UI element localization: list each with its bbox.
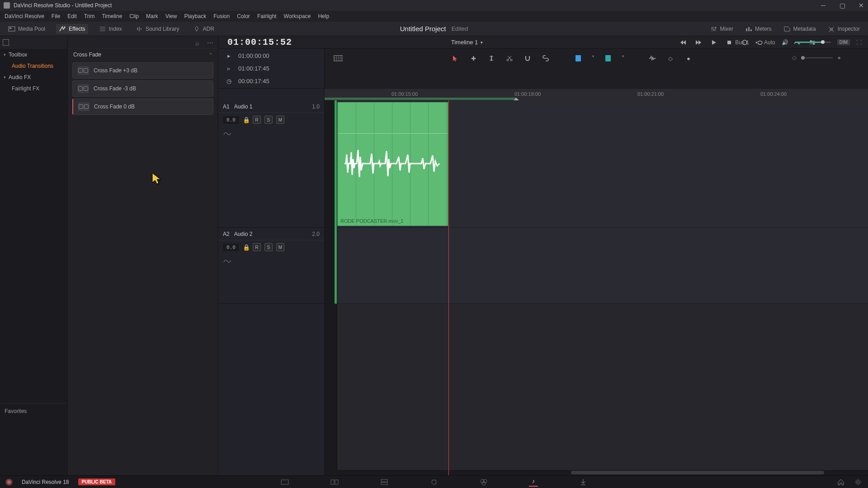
track-db[interactable]: 0.0 — [223, 244, 239, 251]
stop-button[interactable] — [726, 39, 733, 46]
auto-label[interactable]: Auto — [764, 39, 775, 46]
track-header-a1[interactable]: A1 Audio 1 1.0 0.0 🔒 R S M — [218, 100, 324, 228]
adr-button[interactable]: ADR — [190, 24, 217, 34]
track-db[interactable]: 0.0 — [223, 116, 239, 124]
track-lane-a1[interactable]: RODE PODCASTER.mov_1 — [337, 100, 868, 228]
fx-item-crossfade-minus3[interactable]: Cross Fade -3 dB — [72, 80, 213, 97]
mixer-button[interactable]: Mixer — [708, 24, 736, 34]
record-arm-button[interactable]: R — [253, 243, 261, 251]
sidebar-audio-fx[interactable]: Audio FX — [0, 71, 67, 83]
menu-color[interactable]: Color — [237, 13, 250, 19]
automation-curve-icon[interactable] — [223, 130, 232, 136]
volume-slider[interactable] — [795, 42, 831, 43]
mute-button[interactable]: M — [276, 116, 284, 124]
fx-item-crossfade-plus3[interactable]: Cross Fade +3 dB — [72, 62, 213, 79]
deliver-page-icon[interactable] — [579, 478, 588, 487]
index-button[interactable]: Index — [96, 24, 125, 34]
menu-edit[interactable]: Edit — [67, 13, 77, 19]
timeline-view-icon[interactable] — [334, 55, 343, 61]
lock-icon[interactable]: 🔒 — [243, 117, 249, 123]
zoom-out-icon[interactable]: ◇ — [792, 54, 797, 61]
track-lanes[interactable]: RODE PODCASTER.mov_1 — [337, 100, 868, 475]
transient-tool[interactable] — [648, 54, 656, 62]
scrollbar-thumb[interactable] — [571, 471, 824, 474]
dim-button[interactable]: DIM — [837, 39, 850, 45]
menu-playback[interactable]: Playback — [184, 13, 206, 19]
solo-button[interactable]: S — [264, 243, 273, 251]
menu-davinci-resolve[interactable]: DaVinci Resolve — [5, 13, 44, 19]
chevron-down-icon[interactable]: ▾ — [592, 54, 594, 58]
sound-library-button[interactable]: Sound Library — [133, 24, 182, 34]
lock-icon[interactable]: 🔒 — [243, 244, 249, 250]
track-lane-a2[interactable] — [337, 228, 868, 304]
effects-category-header[interactable]: Cross Fade ⌃ — [68, 49, 218, 61]
tc-start: 01:00:00:00 — [238, 52, 269, 59]
link-tool[interactable] — [542, 54, 550, 62]
cut-page-icon[interactable] — [330, 478, 339, 487]
inspector-button[interactable]: Inspector — [825, 24, 863, 34]
sidebar-favorites[interactable]: Favorites — [0, 403, 67, 475]
search-icon[interactable]: ⌕ — [195, 39, 202, 46]
rewind-button[interactable] — [679, 39, 687, 46]
meters-button[interactable]: Meters — [742, 24, 774, 34]
menu-mark[interactable]: Mark — [146, 13, 158, 19]
flag-blue[interactable] — [574, 54, 582, 62]
sidebar-fairlight-fx[interactable]: Fairlight FX — [0, 83, 67, 94]
media-page-icon[interactable] — [280, 478, 289, 487]
zoom-in-icon[interactable]: ● — [837, 54, 841, 61]
maximize-button[interactable]: ▢ — [839, 2, 845, 9]
window-title: DaVinci Resolve Studio - Untitled Projec… — [14, 2, 112, 9]
metadata-button[interactable]: Metadata — [781, 24, 819, 34]
playhead[interactable] — [448, 100, 449, 475]
menu-fusion[interactable]: Fusion — [213, 13, 230, 19]
range-tool[interactable]: ✚ — [469, 54, 477, 62]
bus-label[interactable]: Bus 1 — [735, 39, 749, 46]
timeline-ruler[interactable]: 01:00:15:00 01:00:18:00 01:00:21:00 01:0… — [325, 89, 868, 100]
close-button[interactable]: ✕ — [858, 2, 864, 9]
media-pool-button[interactable]: Media Pool — [5, 24, 48, 34]
timeline-selector[interactable]: Timeline 1 ▾ — [451, 39, 483, 46]
sidebar-audio-transitions[interactable]: Audio Transitions — [0, 61, 67, 71]
marker-tool[interactable]: ◇ — [666, 54, 675, 62]
effects-button[interactable]: Effects — [56, 24, 88, 34]
settings-gear-icon[interactable] — [854, 478, 863, 487]
track-header-a2[interactable]: A2 Audio 2 2.0 0.0 🔒 R S M — [218, 228, 324, 304]
menu-trim[interactable]: Trim — [84, 13, 95, 19]
menu-timeline[interactable]: Timeline — [102, 13, 122, 19]
dot-tool[interactable]: ● — [684, 54, 693, 62]
minimize-button[interactable]: ─ — [820, 2, 826, 9]
audio-clip[interactable]: RODE PODCASTER.mov_1 — [337, 102, 448, 226]
horizontal-scrollbar[interactable] — [325, 470, 868, 475]
sidebar-toggle-icon[interactable] — [3, 39, 9, 46]
chevron-down-icon[interactable]: ▾ — [622, 54, 624, 58]
menu-fairlight[interactable]: Fairlight — [257, 13, 277, 19]
snap-tool[interactable] — [524, 54, 532, 62]
speaker-icon[interactable]: 🔊 — [782, 39, 788, 46]
automation-curve-icon[interactable] — [223, 258, 232, 264]
menu-clip[interactable]: Clip — [129, 13, 139, 19]
selection-tool[interactable] — [451, 54, 459, 62]
flag-teal[interactable] — [604, 54, 612, 62]
edit-page-icon[interactable] — [380, 478, 389, 487]
more-icon[interactable]: ⋯ — [207, 39, 213, 46]
fusion-page-icon[interactable] — [429, 478, 439, 487]
clip-range-bar — [325, 98, 517, 100]
play-button[interactable] — [710, 39, 717, 46]
home-icon[interactable] — [836, 478, 845, 487]
color-page-icon[interactable] — [479, 478, 488, 487]
menu-help[interactable]: Help — [318, 13, 329, 19]
menu-file[interactable]: File — [52, 13, 60, 19]
zoom-slider[interactable] — [801, 57, 833, 58]
sidebar-toolbox[interactable]: Toolbox — [0, 49, 67, 61]
razor-tool[interactable] — [505, 54, 514, 62]
menu-view[interactable]: View — [165, 13, 177, 19]
mute-button[interactable]: M — [276, 243, 284, 251]
fast-forward-button[interactable] — [695, 39, 702, 46]
solo-button[interactable]: S — [264, 116, 273, 124]
menu-workspace[interactable]: Workspace — [284, 13, 311, 19]
fairlight-page-icon[interactable]: ♪ — [529, 478, 538, 487]
trim-tool[interactable] — [487, 54, 495, 62]
record-arm-button[interactable]: R — [253, 116, 261, 124]
expand-icon[interactable]: ⛶ — [856, 39, 862, 46]
fx-item-crossfade-0[interactable]: Cross Fade 0 dB — [72, 99, 213, 115]
